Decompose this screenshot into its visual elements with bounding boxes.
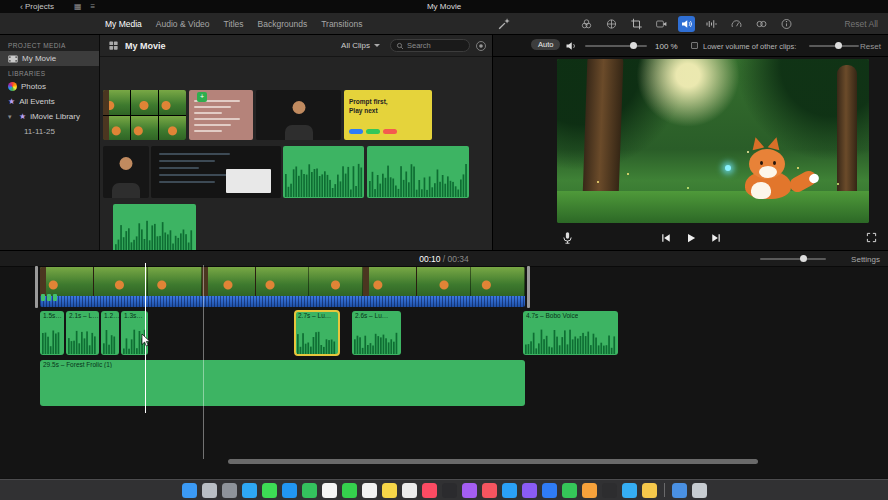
search-input[interactable]: Search (390, 39, 470, 52)
lower-volume-slider[interactable] (809, 45, 859, 47)
dock-editor-icon[interactable] (622, 483, 637, 498)
clip-appearance-icon[interactable] (475, 40, 487, 52)
dock-music-icon[interactable] (422, 483, 437, 498)
back-projects-button[interactable]: ‹ Projects (20, 2, 54, 12)
media-thumbnail-screen[interactable] (151, 146, 281, 198)
clips-filter-dropdown[interactable]: All Clips (341, 41, 380, 50)
dock-safari-icon[interactable] (242, 483, 257, 498)
lower-volume-checkbox[interactable] (691, 42, 698, 49)
dock-facetime-icon[interactable] (342, 483, 357, 498)
noise-reduction-icon[interactable] (703, 16, 720, 32)
color-balance-icon[interactable] (578, 16, 595, 32)
clip-label: 1.5s… (43, 312, 62, 319)
media-thumbnail-audio[interactable] (283, 146, 364, 198)
lower-volume-slider-knob[interactable] (835, 42, 842, 49)
dock-numbers-icon[interactable] (562, 483, 577, 498)
dock-keynote-icon[interactable] (542, 483, 557, 498)
crop-icon[interactable] (628, 16, 645, 32)
dock-pages-icon[interactable] (582, 483, 597, 498)
trim-handle-right[interactable] (527, 266, 530, 308)
sidebar-item-imovie-library[interactable]: ▾★iMovie Library (0, 109, 99, 124)
audio-track-bar[interactable] (40, 296, 525, 307)
dock-downloads-icon[interactable] (672, 483, 687, 498)
sidebar-item-all-events[interactable]: ★All Events (0, 94, 99, 109)
tab-audio-video[interactable]: Audio & Video (156, 19, 210, 29)
dock-messages-icon[interactable] (262, 483, 277, 498)
fullscreen-icon[interactable] (866, 232, 877, 243)
horizontal-scrollbar[interactable] (228, 459, 758, 464)
blue-sparkle (725, 165, 731, 171)
clip-info-icon[interactable] (778, 16, 795, 32)
media-thumbnail-webcam[interactable] (256, 90, 341, 140)
auto-volume-button[interactable]: Auto (531, 39, 560, 50)
color-correction-icon[interactable] (603, 16, 620, 32)
clip-label: 1.3s… (124, 312, 143, 319)
volume-reset-button[interactable]: Reset (860, 42, 881, 51)
volume-slider[interactable] (585, 45, 647, 47)
dock-imovie-icon[interactable] (522, 483, 537, 498)
timeline-zoom-knob[interactable] (800, 255, 807, 262)
dock-news-icon[interactable] (482, 483, 497, 498)
timeline-audio-clip[interactable]: 2.1s – L… (66, 311, 99, 355)
tab-backgrounds[interactable]: Backgrounds (258, 19, 308, 29)
speed-icon[interactable] (728, 16, 745, 32)
timeline-audio-clip[interactable]: 2.6s – Lu… (352, 311, 401, 355)
dock-notes-icon[interactable] (382, 483, 397, 498)
video-clip-filmstrip[interactable] (40, 267, 525, 296)
filmstrip-frame (363, 267, 417, 296)
grid-view-icon[interactable]: ▦ (74, 2, 82, 11)
volume-slider-knob[interactable] (630, 42, 637, 49)
media-thumbnail-title-card[interactable]: Prompt first,Play next (344, 90, 432, 140)
stabilization-icon[interactable] (653, 16, 670, 32)
star-icon: ★ (19, 113, 26, 121)
media-thumbnail-webcam[interactable] (103, 146, 149, 198)
mute-speaker-icon[interactable] (565, 40, 577, 52)
tab-titles[interactable]: Titles (224, 19, 244, 29)
next-button[interactable] (710, 232, 722, 244)
timeline-zoom-slider[interactable] (760, 258, 826, 260)
timeline-audio-clip[interactable]: 1.5s… (40, 311, 64, 355)
timeline-audio-clip[interactable]: 4.7s – Bobo Voice (523, 311, 618, 355)
media-thumbnail-document[interactable]: + (189, 90, 253, 140)
timeline-settings-button[interactable]: Settings (851, 255, 880, 264)
sidebar-item-photos[interactable]: Photos (0, 79, 99, 94)
background-music-clip[interactable]: 29.5s – Forest Frolic (1) (40, 360, 525, 406)
chevron-down-icon[interactable]: ▾ (8, 113, 15, 121)
list-view-icon[interactable]: ≡ (90, 2, 95, 11)
effects-icon[interactable] (753, 16, 770, 32)
volume-icon[interactable] (678, 16, 695, 32)
grid-icon[interactable] (108, 40, 119, 51)
dock-podcasts-icon[interactable] (462, 483, 477, 498)
dock-browser-icon[interactable] (642, 483, 657, 498)
media-thumbnail-filmstrip[interactable] (103, 90, 186, 140)
tab-transitions[interactable]: Transitions (321, 19, 362, 29)
dock-maps-icon[interactable] (302, 483, 317, 498)
dock-terminal-icon[interactable] (602, 483, 617, 498)
dock-tv-icon[interactable] (442, 483, 457, 498)
timeline-audio-clip[interactable]: 1.2… (101, 311, 119, 355)
timeline: 00:10 / 00:34 Settings 1.5s…2.1s – L…1.2… (0, 250, 888, 478)
sidebar-item-11-11-25[interactable]: 11-11-25 (0, 124, 99, 139)
dock-reminders-icon[interactable] (402, 483, 417, 498)
dock-mail-icon[interactable] (282, 483, 297, 498)
previous-button[interactable] (660, 232, 672, 244)
sidebar-item-my-movie[interactable]: My Movie (0, 51, 99, 66)
dock-finder-icon[interactable] (182, 483, 197, 498)
tab-my-media[interactable]: My Media (105, 19, 142, 29)
dock-calendar-icon[interactable] (362, 483, 377, 498)
dock-trash-icon[interactable] (692, 483, 707, 498)
reset-all-button[interactable]: Reset All (844, 19, 878, 29)
media-thumbnail-audio[interactable] (113, 204, 196, 254)
dock-settings-icon[interactable] (222, 483, 237, 498)
media-thumbnail-audio[interactable] (367, 146, 469, 198)
play-button[interactable] (685, 232, 697, 244)
trim-handle-left[interactable] (35, 266, 38, 308)
timeline-audio-clip[interactable]: 2.7s – Lu… (295, 311, 339, 355)
popup-window (226, 169, 270, 193)
auto-enhance-wand-icon[interactable] (497, 17, 511, 31)
audio-marker (53, 294, 57, 301)
voiceover-mic-icon[interactable] (561, 231, 574, 244)
dock-launchpad-icon[interactable] (202, 483, 217, 498)
dock-appstore-icon[interactable] (502, 483, 517, 498)
dock-photos-icon[interactable] (322, 483, 337, 498)
